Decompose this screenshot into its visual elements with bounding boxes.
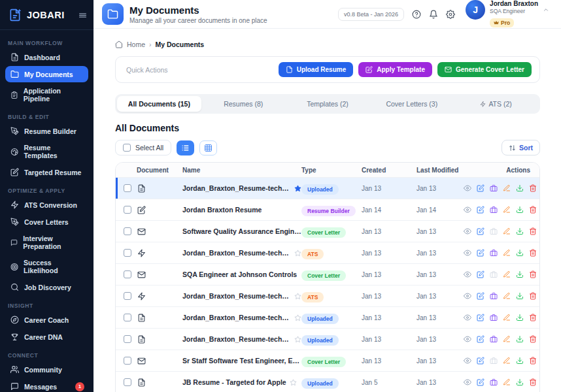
annotate-action[interactable]: [503, 335, 511, 343]
sidebar-item-targeted-resume[interactable]: Targeted Resume: [5, 164, 88, 180]
sidebar-item-cover-letters[interactable]: Cover Letters: [5, 214, 88, 230]
delete-action[interactable]: [529, 314, 537, 321]
download-action[interactable]: [516, 314, 524, 321]
analyze-action[interactable]: [490, 249, 498, 257]
analyze-action[interactable]: [490, 184, 498, 192]
edit-action[interactable]: [477, 227, 484, 235]
annotate-action[interactable]: [503, 378, 511, 386]
row-checkbox[interactable]: [124, 184, 131, 192]
edit-action[interactable]: [477, 270, 484, 278]
delete-action[interactable]: [529, 227, 537, 235]
download-action[interactable]: [516, 227, 524, 235]
view-action[interactable]: [464, 270, 471, 278]
analyze-action[interactable]: [490, 292, 498, 300]
table-row[interactable]: JB Resume - Targeted for Apple Uploaded …: [116, 371, 539, 392]
edit-action[interactable]: [477, 184, 484, 192]
download-action[interactable]: [516, 206, 524, 214]
delete-action[interactable]: [529, 270, 537, 278]
sidebar-item-success-likelihood[interactable]: Success Likelihood: [5, 255, 88, 278]
table-row[interactable]: Software Quality Assurance Engineer at R…: [116, 220, 539, 242]
sidebar-item-application-pipeline[interactable]: Application Pipeline: [5, 83, 88, 106]
sidebar-item-interview-preparation[interactable]: Interview Preparation: [5, 231, 88, 254]
sidebar-item-career-coach[interactable]: Career Coach: [5, 312, 88, 328]
favorite-star-icon[interactable]: [294, 185, 301, 192]
delete-action[interactable]: [529, 378, 537, 386]
analyze-action[interactable]: [490, 335, 498, 343]
row-checkbox[interactable]: [124, 357, 131, 365]
download-action[interactable]: [516, 357, 524, 365]
table-row[interactable]: Sr Staff Software Test Engineer, Embedde…: [116, 350, 539, 371]
sidebar-item-community[interactable]: Community: [5, 361, 88, 378]
sidebar-item-my-documents[interactable]: My Documents: [5, 66, 88, 82]
annotate-action[interactable]: [503, 292, 511, 300]
delete-action[interactable]: [529, 206, 537, 214]
sort-button[interactable]: Sort: [502, 140, 540, 155]
table-row[interactable]: Jordan_Braxton_Resume-technical - ATS Op…: [116, 285, 539, 306]
table-row[interactable]: Jordan_Braxton_Resume-technical - ATS Op…: [116, 242, 539, 263]
download-action[interactable]: [516, 270, 524, 278]
delete-action[interactable]: [529, 249, 537, 257]
annotate-action[interactable]: [503, 227, 511, 235]
download-action[interactable]: [516, 249, 524, 257]
sidebar-item-resume-templates[interactable]: Resume Templates: [5, 140, 88, 163]
download-action[interactable]: [516, 292, 524, 300]
row-checkbox[interactable]: [124, 292, 131, 300]
delete-action[interactable]: [529, 184, 537, 192]
download-action[interactable]: [516, 184, 524, 192]
sidebar-item-career-dna[interactable]: Career DNA: [5, 329, 88, 345]
favorite-star-icon[interactable]: [294, 314, 301, 321]
row-checkbox[interactable]: [124, 227, 131, 235]
view-action[interactable]: [464, 227, 471, 235]
select-all-button[interactable]: Select All: [115, 140, 171, 155]
view-action[interactable]: [464, 184, 471, 192]
chevron-up-icon[interactable]: [543, 7, 549, 13]
menu-icon[interactable]: [78, 11, 87, 20]
download-action[interactable]: [516, 335, 524, 343]
help-icon[interactable]: [412, 10, 421, 19]
view-action[interactable]: [464, 314, 471, 321]
delete-action[interactable]: [529, 292, 537, 300]
sidebar-item-messages[interactable]: Messages 1: [5, 378, 88, 392]
tab-cover-letters-3[interactable]: Cover Letters (3): [369, 96, 454, 112]
sidebar-item-job-discovery[interactable]: Job Discovery: [5, 279, 88, 295]
tab-resumes-8[interactable]: Resumes (8): [201, 96, 286, 112]
list-view-button[interactable]: [177, 140, 194, 155]
delete-action[interactable]: [529, 357, 537, 365]
annotate-action[interactable]: [503, 184, 511, 192]
annotate-action[interactable]: [503, 270, 511, 278]
analyze-action[interactable]: [490, 206, 498, 214]
view-action[interactable]: [464, 206, 471, 214]
sidebar-item-dashboard[interactable]: Dashboard: [5, 49, 88, 65]
table-row[interactable]: Jordan Braxton Resume Resume Builder Jan…: [116, 199, 539, 220]
annotate-action[interactable]: [503, 314, 511, 321]
apply-template-button[interactable]: Apply Template: [358, 62, 432, 77]
table-row[interactable]: Jordan_Braxton_Resume-technical.pdf Uplo…: [116, 306, 539, 328]
select-all-checkbox[interactable]: [123, 144, 131, 152]
view-action[interactable]: [464, 378, 471, 386]
favorite-star-icon[interactable]: [294, 336, 301, 343]
annotate-action[interactable]: [503, 206, 511, 214]
user-profile[interactable]: J Jordan Braxton SQA Engineer Pro: [466, 0, 549, 28]
table-row[interactable]: SQA Engineer at Johnson Controls Cover L…: [116, 263, 539, 285]
settings-gear-icon[interactable]: [446, 10, 455, 19]
edit-action[interactable]: [477, 292, 484, 300]
row-checkbox[interactable]: [124, 335, 131, 343]
annotate-action[interactable]: [503, 357, 511, 365]
view-action[interactable]: [464, 335, 471, 343]
row-checkbox[interactable]: [124, 249, 131, 257]
tab-templates-2[interactable]: Templates (2): [286, 96, 370, 112]
edit-action[interactable]: [477, 206, 484, 214]
view-action[interactable]: [464, 357, 471, 365]
analyze-action[interactable]: [490, 314, 498, 321]
favorite-star-icon[interactable]: [294, 293, 301, 300]
favorite-star-icon[interactable]: [294, 250, 301, 257]
table-row[interactable]: Jordan_Braxton_Resume-technical.pdf Uplo…: [116, 328, 539, 350]
view-action[interactable]: [464, 249, 471, 257]
favorite-star-icon[interactable]: [290, 379, 297, 386]
generate-cover-letter-button[interactable]: Generate Cover Letter: [437, 62, 532, 77]
notifications-bell-icon[interactable]: [429, 10, 438, 19]
tab-ats-2[interactable]: ATS (2): [454, 96, 538, 112]
edit-action[interactable]: [477, 314, 484, 321]
row-checkbox[interactable]: [124, 378, 131, 386]
download-action[interactable]: [516, 378, 524, 386]
